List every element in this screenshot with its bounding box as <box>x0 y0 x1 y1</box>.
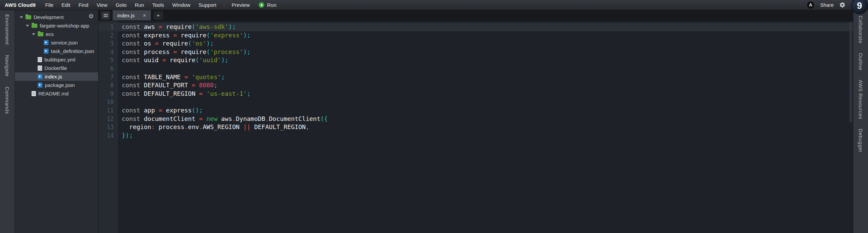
menubar-divider <box>224 2 224 8</box>
menu-support[interactable]: Support <box>194 2 221 8</box>
code-line-3[interactable]: 3const os = require('os'); <box>98 39 853 48</box>
token <box>188 73 192 80</box>
code-line-4[interactable]: 4const process = require('process'); <box>98 48 853 56</box>
code-editor[interactable]: 1const aws = require('aws-sdk');2const e… <box>98 21 853 233</box>
editor-scrollbar[interactable] <box>849 22 852 122</box>
token: require <box>177 32 207 39</box>
menu-file[interactable]: File <box>41 2 57 8</box>
panel-tab-environment[interactable]: Environment <box>4 14 10 45</box>
tab-list-button[interactable] <box>101 12 110 19</box>
token: documentClient <box>140 115 199 122</box>
token: const <box>122 32 140 39</box>
file-icon <box>38 57 42 62</box>
token: const <box>122 23 140 30</box>
tree-item-service-json[interactable]: service.json <box>15 38 98 47</box>
code-line-9[interactable]: 9const DEFAULT_REGION = 'us-east-1'; <box>98 90 853 98</box>
tree-item-dockerfile[interactable]: Dockerfile <box>15 64 98 72</box>
code-line-2[interactable]: 2const express = require('express'); <box>98 31 853 40</box>
tree-item-index-js[interactable]: index.js <box>15 72 98 81</box>
token: 'aws-sdk' <box>195 23 229 30</box>
token: ); <box>206 40 214 47</box>
menu-view[interactable]: View <box>92 2 111 8</box>
menu-tools[interactable]: Tools <box>148 2 168 8</box>
share-button[interactable]: Share <box>820 2 834 8</box>
tree-item-label: fargate-workshop-app <box>40 23 89 29</box>
editor: index.js × + 1const aws = require('aws-s… <box>98 10 853 233</box>
panel-tab-navigate[interactable]: Navigate <box>4 55 10 76</box>
menu-find[interactable]: Find <box>74 2 92 8</box>
panel-tab-aws-resources[interactable]: AWS Resources <box>858 80 864 119</box>
line-number: 11 <box>98 106 118 115</box>
code-line-13[interactable]: 13 region: process.env.AWS_REGION || DEF… <box>98 123 853 131</box>
menu-goto[interactable]: Goto <box>112 2 131 8</box>
code-lines: 1const aws = require('aws-sdk');2const e… <box>98 23 853 140</box>
token: express <box>140 32 173 39</box>
menu-run[interactable]: Run <box>131 2 148 8</box>
token: uuid <box>140 56 162 64</box>
token: require <box>162 23 192 30</box>
disclosure-arrow-icon[interactable] <box>26 25 29 27</box>
disclosure-arrow-icon[interactable] <box>32 33 35 35</box>
code-line-12[interactable]: 12const documentClient = new aws.DynamoD… <box>98 115 853 123</box>
code-line-1[interactable]: 1const aws = require('aws-sdk'); <box>98 23 853 31</box>
menubar: AWS Cloud9 FileEditFindViewGotoRunToolsW… <box>0 0 868 10</box>
folder-icon <box>32 24 37 28</box>
token: = <box>199 115 203 122</box>
token: ); <box>221 56 229 64</box>
line-number: 4 <box>98 48 118 56</box>
file-icon <box>44 49 49 54</box>
line-number: 2 <box>98 31 118 40</box>
avatar[interactable]: A <box>807 1 815 9</box>
token: }); <box>122 132 133 139</box>
code-line-11[interactable]: 11const app = express(); <box>98 106 853 115</box>
preview-button[interactable]: Preview <box>228 2 254 8</box>
token: = <box>173 32 177 39</box>
token: DEFAULT_PORT <box>140 82 192 89</box>
tree-item-package-json[interactable]: package.json <box>15 81 98 89</box>
tree-settings-gear-icon[interactable] <box>88 13 94 19</box>
code-line-8[interactable]: 8const DEFAULT_PORT = 8080; <box>98 81 853 90</box>
code-text: const DEFAULT_PORT = 8080; <box>118 81 218 90</box>
preferences-gear-icon[interactable] <box>839 2 846 8</box>
tree-item-buildspec-yml[interactable]: buildspec.yml <box>15 55 98 64</box>
code-line-7[interactable]: 7const TABLE_NAME = 'quotes'; <box>98 73 853 82</box>
code-line-10[interactable]: 10 <box>98 98 853 106</box>
token: 8080 <box>199 82 214 89</box>
tree-item-ecs[interactable]: ecs <box>15 30 98 38</box>
code-text: const process = require('process'); <box>118 48 250 56</box>
tree-item-readme-md[interactable]: README.md <box>15 89 98 98</box>
panel-tab-collaborate[interactable]: Collaborate <box>858 16 864 43</box>
tree-item-development[interactable]: Development <box>15 13 98 21</box>
line-number: 12 <box>98 115 118 123</box>
token: require <box>166 56 195 64</box>
new-tab-button[interactable]: + <box>154 12 163 19</box>
token: new <box>206 115 218 122</box>
code-text: const uuid = require('uuid'); <box>118 56 228 65</box>
token: require <box>177 48 207 55</box>
code-line-6[interactable]: 6 <box>98 65 853 73</box>
right-panel-tabs: CollaborateOutlineAWS ResourcesDebugger <box>853 10 868 233</box>
token <box>203 115 206 122</box>
tab-close-icon[interactable]: × <box>143 13 146 18</box>
token: ; <box>221 73 225 80</box>
panel-tab-debugger[interactable]: Debugger <box>858 129 864 153</box>
tree-item-fargate-workshop-app[interactable]: fargate-workshop-app <box>15 21 98 30</box>
code-line-14[interactable]: 14}); <box>98 131 853 140</box>
menu-window[interactable]: Window <box>168 2 194 8</box>
disclosure-arrow-icon[interactable] <box>20 16 23 18</box>
token: DEFAULT_REGION <box>140 90 199 97</box>
line-number: 3 <box>98 39 118 48</box>
token: DocumentClient <box>269 115 321 122</box>
tab-index-js[interactable]: index.js × <box>113 10 151 20</box>
panel-tab-outline[interactable]: Outline <box>858 53 864 70</box>
run-button[interactable]: Run <box>254 2 281 8</box>
tree-item-task-definition-json[interactable]: task_definition.json <box>15 47 98 55</box>
line-number: 1 <box>98 23 118 31</box>
token: = <box>158 23 162 30</box>
token: aws <box>218 115 232 122</box>
code-line-5[interactable]: 5const uuid = require('uuid'); <box>98 56 853 65</box>
file-icon <box>38 74 42 79</box>
code-text: const aws = require('aws-sdk'); <box>118 23 236 31</box>
menu-edit[interactable]: Edit <box>57 2 74 8</box>
panel-tab-commands[interactable]: Commands <box>4 87 10 114</box>
